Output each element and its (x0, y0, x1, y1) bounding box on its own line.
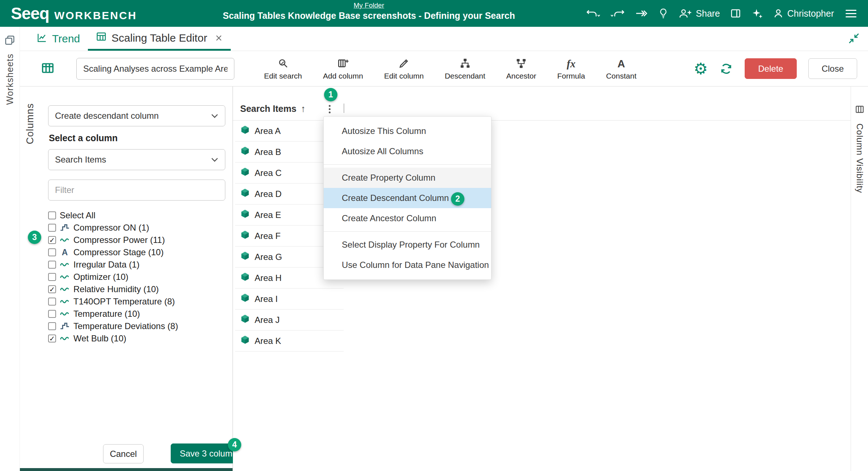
signal-row-compressor-power[interactable]: Compressor Power (11) (48, 234, 225, 246)
asset-cube-icon (240, 188, 250, 200)
filter-input[interactable] (48, 180, 225, 201)
knowledge-lightbulb-icon[interactable] (658, 8, 668, 19)
asset-cube-icon (240, 167, 250, 179)
constant-button[interactable]: A Constant (600, 55, 642, 82)
table-row-area-j[interactable]: Area J (235, 310, 344, 331)
signal-row-irregular-data[interactable]: Irregular Data (1) (48, 258, 225, 271)
close-tab-icon[interactable] (215, 34, 223, 42)
user-icon (773, 8, 784, 19)
column-type-select[interactable]: Create descendant column (48, 105, 225, 126)
trend-chart-icon (37, 32, 47, 46)
edit-column-button[interactable]: Edit column (378, 55, 430, 82)
header-center: My Folder Scaling Tables Knowledge Base … (223, 1, 515, 21)
column-visibility-rail[interactable]: Column Visibility (851, 87, 868, 471)
annotation-badge-1: 1 (324, 88, 337, 101)
select-all-checkbox[interactable] (48, 211, 56, 219)
tab-trend-label: Trend (52, 33, 80, 45)
signal-row-t140opt-temperature[interactable]: T140OPT Temperature (8) (48, 295, 225, 308)
asset-cube-icon (240, 335, 250, 347)
hamburger-menu-icon[interactable] (844, 8, 858, 19)
signal-row-compressor-stage[interactable]: A Compressor Stage (10) (48, 246, 225, 258)
columns-rail[interactable]: Columns (20, 87, 38, 471)
asset-cube-icon (240, 314, 250, 326)
checkbox[interactable] (48, 273, 56, 281)
redo-icon[interactable] (610, 8, 625, 19)
columns-panel-content: Create descendant column Select a column… (38, 87, 233, 471)
add-column-button[interactable]: Add column (317, 55, 369, 82)
asset-cube-icon (240, 146, 250, 158)
annotation-badge-3: 3 (28, 231, 41, 244)
undo-icon[interactable] (586, 8, 600, 19)
chevron-down-icon (211, 112, 218, 118)
close-button[interactable]: Close (808, 58, 857, 79)
checkbox[interactable] (48, 310, 56, 318)
column-context-menu: Autosize This Column Autosize All Column… (323, 116, 492, 280)
table-row-area-i[interactable]: Area I (235, 289, 344, 310)
delete-button[interactable]: Delete (745, 58, 796, 79)
checkbox-checked[interactable] (48, 236, 56, 244)
column-header-search-items[interactable]: Search Items ↑ (240, 103, 306, 114)
menu-item-autosize-all-columns[interactable]: Autosize All Columns (324, 141, 491, 161)
share-button[interactable]: Share (678, 8, 720, 19)
breadcrumb-my-folder[interactable]: My Folder (354, 1, 384, 9)
signal-row-temperature-deviations[interactable]: Temperature Deviations (8) (48, 320, 225, 332)
annotation-badge-2: 2 (451, 192, 464, 206)
table-grid-icon (96, 31, 107, 45)
tab-bar: Trend Scaling Table Editor (20, 27, 868, 51)
step-signal-icon (60, 321, 70, 331)
tab-scaling-table-editor[interactable]: Scaling Table Editor (88, 27, 231, 51)
select-a-column-label: Select a column (49, 133, 225, 143)
column-menu-kebab-icon[interactable] (327, 103, 332, 115)
toolbar-right-group: ⚙ Delete Close (694, 58, 857, 79)
checkbox[interactable] (48, 224, 56, 232)
signal-row-optimizer[interactable]: Optimizer (10) (48, 271, 225, 283)
string-signal-icon: A (60, 247, 70, 257)
tab-trend[interactable]: Trend (29, 27, 88, 51)
worksheet-title: Scaling Tables Knowledge Base screenshot… (223, 10, 515, 21)
checkbox-checked[interactable] (48, 285, 56, 293)
cancel-button[interactable]: Cancel (103, 444, 144, 463)
signal-row-temperature[interactable]: Temperature (10) (48, 308, 225, 320)
column-source-select[interactable]: Search Items (48, 149, 225, 170)
user-menu[interactable]: Christopher (773, 8, 834, 19)
table-row-area-k[interactable]: Area K (235, 331, 344, 352)
redo-all-icon[interactable] (635, 8, 648, 19)
table-toolbar: Edit search Add column (20, 51, 868, 87)
menu-divider (324, 164, 491, 165)
formula-button[interactable]: fx Formula (552, 55, 591, 82)
signal-row-relative-humidity[interactable]: Relative Humidity (10) (48, 283, 225, 295)
worksheet-panel-icon[interactable] (730, 8, 741, 19)
worksheets-rail[interactable]: Worksheets (0, 27, 20, 471)
step-signal-icon (60, 223, 70, 233)
checkbox[interactable] (48, 261, 56, 269)
worksheets-rail-label: Worksheets (5, 54, 15, 105)
refresh-icon[interactable] (719, 62, 733, 76)
wave-signal-icon (60, 284, 70, 294)
seeq-logo[interactable]: Seeq WORKBENCH (11, 5, 137, 22)
menu-item-autosize-this-column[interactable]: Autosize This Column (324, 121, 491, 141)
ancestor-button[interactable]: Ancestor (501, 55, 542, 82)
edit-search-button[interactable]: Edit search (258, 55, 308, 82)
checkbox[interactable] (48, 248, 56, 256)
signal-row-wet-bulb[interactable]: Wet Bulb (10) (48, 332, 225, 345)
columns-panel: Columns Create descendant column Select … (20, 87, 233, 471)
checkbox[interactable] (48, 298, 56, 306)
settings-gear-icon[interactable]: ⚙ (694, 61, 708, 77)
tab-scaling-table-editor-label: Scaling Table Editor (111, 32, 207, 44)
ai-assistant-sparkle-icon[interactable] (751, 8, 763, 19)
checkbox[interactable] (48, 322, 56, 330)
menu-item-create-property-column[interactable]: Create Property Column (324, 168, 491, 188)
column-resize-handle[interactable] (344, 104, 344, 113)
share-label: Share (696, 8, 720, 19)
descendant-button[interactable]: Descendant (439, 55, 491, 82)
wave-signal-icon (60, 297, 70, 307)
checkbox-checked[interactable] (48, 335, 56, 342)
menu-item-create-ancestor-column[interactable]: Create Ancestor Column (324, 208, 491, 228)
select-all-row[interactable]: Select All (48, 209, 225, 222)
signal-row-compressor-on[interactable]: Compressor ON (1) (48, 222, 225, 234)
collapse-view-icon[interactable] (848, 32, 860, 46)
menu-item-select-display-property[interactable]: Select Display Property For Column (324, 235, 491, 255)
search-input[interactable] (76, 58, 234, 80)
menu-item-use-column-for-data-pane[interactable]: Use Column for Data Pane Navigation (324, 255, 491, 275)
menu-item-create-descendant-column[interactable]: Create Descendant Column (324, 188, 491, 208)
